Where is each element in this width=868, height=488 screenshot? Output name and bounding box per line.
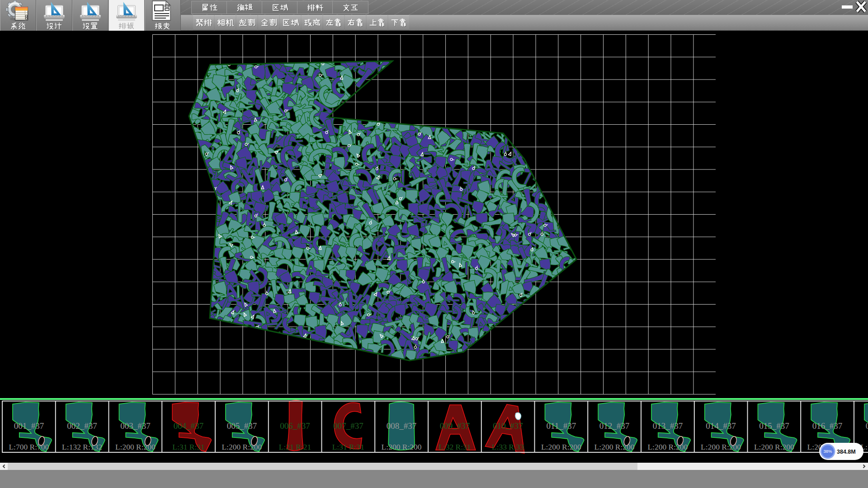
svg-text:013_#37: 013_#37 — [653, 421, 683, 431]
svg-text:L:200 R:200: L:200 R:200 — [754, 442, 794, 451]
svg-text:007_#37: 007_#37 — [333, 421, 363, 431]
svg-text:004_#37: 004_#37 — [174, 421, 204, 431]
svg-text:L:31 R:31: L:31 R:31 — [172, 442, 204, 451]
svg-text:002_#37: 002_#37 — [67, 421, 97, 431]
svg-text:006_#37: 006_#37 — [280, 421, 310, 431]
svg-text:005_#37: 005_#37 — [227, 421, 257, 431]
svg-text:001_#37: 001_#37 — [14, 421, 44, 431]
svg-text:L:200 R:200: L:200 R:200 — [222, 442, 262, 451]
svg-text:L:200 R:200: L:200 R:200 — [382, 442, 422, 451]
svg-text:L:21 R:21: L:21 R:21 — [279, 442, 311, 451]
svg-text:008_#37: 008_#37 — [387, 421, 417, 431]
svg-text:384.8M: 384.8M — [837, 449, 856, 455]
svg-text:L:132 R:132: L:132 R:132 — [62, 442, 102, 451]
svg-text:L:32 R:31: L:32 R:31 — [439, 442, 471, 451]
svg-text:014_#37: 014_#37 — [706, 421, 736, 431]
svg-text:015_#37: 015_#37 — [759, 421, 789, 431]
svg-text:L:33 R:33: L:33 R:33 — [492, 442, 524, 451]
svg-text:011_#37: 011_#37 — [547, 421, 576, 431]
svg-text:L:200 R:200: L:200 R:200 — [115, 442, 156, 451]
svg-text:L:200 R:200: L:200 R:200 — [647, 442, 688, 451]
svg-text:L:31 R:31: L:31 R:31 — [332, 442, 364, 451]
svg-text:017_#37: 017_#37 — [866, 421, 868, 431]
svg-text:003_#37: 003_#37 — [120, 421, 151, 431]
svg-text:L:200 R:200: L:200 R:200 — [594, 442, 635, 451]
svg-text:009_#37: 009_#37 — [440, 421, 470, 431]
svg-text:012_#37: 012_#37 — [599, 421, 630, 431]
svg-text:38%: 38% — [823, 449, 832, 454]
svg-text:L:200 R:200: L:200 R:200 — [541, 442, 581, 451]
svg-text:010_#37: 010_#37 — [493, 421, 523, 431]
svg-text:L:700 R:700: L:700 R:700 — [9, 442, 49, 451]
svg-text:L:200 R:200: L:200 R:200 — [701, 442, 741, 451]
svg-text:016_#37: 016_#37 — [812, 421, 843, 431]
